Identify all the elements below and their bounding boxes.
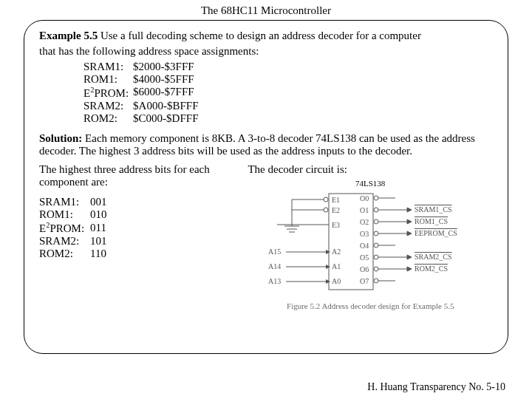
- svg-point-33: [374, 196, 378, 200]
- svg-marker-40: [407, 219, 412, 224]
- svg-point-38: [374, 219, 378, 224]
- mem-range: $4000-$5FFF: [133, 73, 202, 86]
- svg-text:SRAM1_CS: SRAM1_CS: [415, 205, 452, 214]
- mem-range: $C000-$DFFF: [133, 112, 202, 125]
- table-row: SRAM1:001: [39, 196, 113, 208]
- bits-val: 011: [90, 221, 113, 235]
- bits-intro: The highest three address bits for each …: [39, 163, 248, 188]
- svg-text:ROM2_CS: ROM2_CS: [415, 265, 448, 273]
- decoder-intro: The decoder circuit is:: [248, 163, 493, 176]
- svg-text:A15: A15: [268, 248, 281, 256]
- svg-marker-29: [326, 265, 330, 269]
- svg-text:E2: E2: [332, 206, 340, 214]
- svg-text:O4: O4: [360, 242, 369, 250]
- svg-point-35: [374, 208, 378, 212]
- svg-text:A1: A1: [332, 262, 341, 270]
- mem-name: ROM1:: [83, 73, 133, 86]
- svg-marker-37: [407, 208, 412, 212]
- bits-name: ROM2:: [39, 248, 90, 260]
- example-label: Example 5.5: [39, 30, 98, 41]
- svg-point-17: [324, 208, 328, 212]
- svg-text:ROM1_CS: ROM1_CS: [415, 217, 448, 225]
- content-frame: Example 5.5 Use a full decoding scheme t…: [24, 20, 508, 354]
- svg-text:O6: O6: [360, 265, 369, 273]
- solution-paragraph: Solution: Each memory component is 8KB. …: [39, 132, 493, 157]
- svg-text:O5: O5: [360, 253, 369, 262]
- table-row: ROM2:$C000-$DFFF: [83, 112, 202, 125]
- address-assignments-table: SRAM1:$2000-$3FFF ROM1:$4000-$5FFF E2PRO…: [83, 61, 202, 125]
- left-column: The highest three address bits for each …: [39, 163, 248, 310]
- table-row: SRAM2:101: [39, 235, 113, 248]
- bits-name: SRAM2:: [39, 235, 90, 248]
- bits-val: 001: [90, 196, 113, 208]
- mem-name: ROM2:: [83, 112, 133, 125]
- svg-point-15: [324, 197, 328, 202]
- svg-point-52: [374, 279, 378, 283]
- page-header-title: The 68HC11 Microcontroller: [0, 4, 532, 17]
- example-prompt: Example 5.5 Use a full decoding scheme t…: [39, 30, 493, 42]
- mem-name: E2PROM:: [83, 86, 133, 100]
- solution-label: Solution:: [39, 132, 82, 144]
- table-row: ROM1:010: [39, 208, 113, 221]
- svg-point-44: [374, 243, 378, 248]
- mem-range: $A000-$BFFF: [133, 100, 202, 112]
- chip-label: 74LS138: [248, 179, 493, 188]
- example-text-b: that has the following address space ass…: [39, 45, 493, 58]
- table-row: SRAM1:$2000-$3FFF: [83, 61, 202, 73]
- svg-point-41: [374, 231, 378, 236]
- svg-text:A0: A0: [332, 277, 341, 285]
- decoder-diagram: E1 E2 E3 A2 A1 A0 O0 O1 O2 O3 O4 O5 O6 O…: [248, 189, 469, 300]
- table-row: E2PROM:$6000-$7FFF: [83, 86, 202, 100]
- page-footer: H. Huang Transparency No. 5-10: [367, 381, 505, 393]
- svg-text:SRAM2_CS: SRAM2_CS: [415, 253, 452, 261]
- svg-text:A2: A2: [332, 248, 341, 256]
- mem-range: $6000-$7FFF: [133, 86, 202, 100]
- bits-val: 010: [90, 208, 113, 221]
- mem-range: $2000-$3FFF: [133, 61, 202, 73]
- mem-name: SRAM1:: [83, 61, 133, 73]
- svg-text:A13: A13: [268, 277, 281, 285]
- svg-marker-32: [326, 279, 330, 284]
- table-row: ROM1:$4000-$5FFF: [83, 73, 202, 86]
- svg-text:O0: O0: [360, 194, 369, 202]
- table-row: ROM2:110: [39, 248, 113, 260]
- svg-marker-51: [407, 267, 412, 271]
- table-row: SRAM2:$A000-$BFFF: [83, 100, 202, 112]
- bits-name: ROM1:: [39, 208, 90, 221]
- svg-text:EEPROM_CS: EEPROM_CS: [415, 229, 457, 237]
- svg-point-49: [374, 267, 378, 271]
- svg-text:O1: O1: [360, 206, 369, 214]
- svg-text:E3: E3: [332, 221, 340, 229]
- solution-text: Each memory component is 8KB. A 3-to-8 d…: [39, 132, 475, 157]
- svg-marker-26: [326, 250, 330, 254]
- bits-name: SRAM1:: [39, 196, 90, 208]
- example-text-a: Use a full decoding scheme to design an …: [98, 30, 421, 41]
- svg-text:O7: O7: [360, 277, 369, 285]
- svg-point-46: [374, 255, 378, 259]
- bits-name: E2PROM:: [39, 221, 90, 235]
- svg-text:O3: O3: [360, 230, 369, 238]
- mem-name: SRAM2:: [83, 100, 133, 112]
- svg-text:A14: A14: [268, 262, 281, 270]
- bits-val: 110: [90, 248, 113, 260]
- svg-marker-43: [407, 231, 412, 236]
- right-column: The decoder circuit is: 74LS138 E1 E2 E3…: [248, 163, 493, 310]
- svg-marker-48: [407, 255, 412, 259]
- table-row: E2PROM:011: [39, 221, 113, 235]
- svg-text:E1: E1: [332, 196, 340, 204]
- figure-caption: Figure 5.2 Address decoder design for Ex…: [248, 301, 493, 310]
- bits-val: 101: [90, 235, 113, 248]
- svg-text:O2: O2: [360, 218, 369, 226]
- address-bits-table: SRAM1:001 ROM1:010 E2PROM:011 SRAM2:101 …: [39, 196, 113, 260]
